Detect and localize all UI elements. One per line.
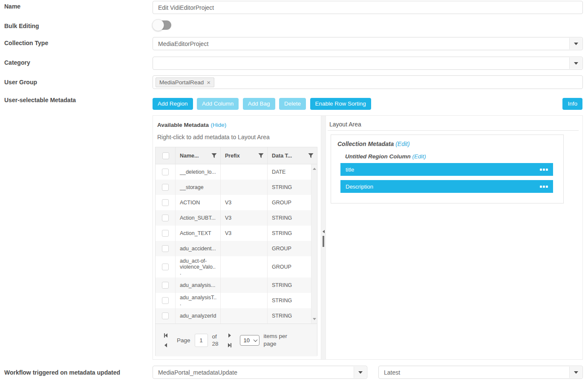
add-column-button[interactable]: Add Column: [197, 98, 239, 110]
remove-tag-icon[interactable]: ×: [207, 79, 210, 86]
collection-type-dropdown[interactable]: MediaEditorProject: [153, 37, 583, 50]
table-row[interactable]: adu_analyzerId STRING: [156, 308, 312, 324]
cell-data-type: STRING: [267, 278, 311, 293]
row-checkbox[interactable]: [162, 184, 169, 191]
hide-link[interactable]: (Hide): [211, 122, 227, 128]
category-dropdown-arrow[interactable]: [569, 57, 582, 69]
workflow-version-dropdown[interactable]: Latest: [378, 366, 583, 379]
page-size-select[interactable]: 10: [240, 335, 259, 346]
filter-icon[interactable]: [211, 153, 217, 158]
workflow-version-value: Latest: [384, 369, 400, 376]
select-all-checkbox[interactable]: [162, 152, 169, 159]
name-column-header: Name...: [180, 153, 199, 159]
cell-name: Action_SUBT...: [175, 210, 220, 226]
cell-prefix: [220, 278, 267, 293]
prefix-column-header: Prefix: [225, 153, 240, 159]
last-page-icon[interactable]: [228, 343, 231, 347]
row-checkbox[interactable]: [162, 169, 169, 175]
drag-handle-icon[interactable]: [540, 169, 548, 171]
chevron-down-icon: [253, 338, 257, 342]
row-checkbox[interactable]: [162, 312, 169, 319]
cell-name: adu_analyzerId: [175, 308, 220, 324]
layout-area-title: Layout Area: [329, 121, 361, 128]
name-label: Name: [4, 3, 20, 10]
layout-item-label: Description: [346, 183, 373, 190]
info-button[interactable]: Info: [562, 98, 582, 110]
bulk-editing-label: Bulk Editing: [4, 23, 39, 29]
layout-item-description[interactable]: Description: [340, 180, 553, 193]
cell-data-type: STRING: [267, 308, 311, 324]
row-checkbox[interactable]: [162, 245, 169, 252]
scroll-up-icon[interactable]: [313, 168, 316, 170]
chevron-down-icon: [358, 371, 363, 374]
table-row[interactable]: adu_analysis... STRING: [156, 278, 312, 293]
page-number-input[interactable]: [195, 334, 208, 347]
toggle-knob: [152, 19, 164, 31]
collection-type-value: MediaEditorProject: [158, 40, 208, 47]
collection-type-dropdown-arrow[interactable]: [569, 38, 582, 49]
cell-prefix: [220, 256, 267, 278]
layout-item-title[interactable]: title: [340, 163, 553, 176]
filter-icon[interactable]: [258, 153, 264, 158]
table-row[interactable]: adu_accident... GROUP: [156, 241, 312, 256]
workflow-dropdown-arrow[interactable]: [354, 367, 366, 378]
filter-icon[interactable]: [308, 153, 314, 158]
table-row[interactable]: __storage STRING: [156, 180, 312, 195]
drag-handle-icon[interactable]: [540, 186, 548, 188]
user-group-label: User Group: [4, 79, 37, 86]
table-header: Name... Prefix Data T...: [156, 147, 317, 164]
workflow-dropdown[interactable]: MediaPortal_metadataUpdate: [153, 366, 367, 379]
prev-page-icon[interactable]: [164, 343, 167, 347]
cell-name: adu_accident...: [175, 241, 220, 256]
bulk-editing-toggle[interactable]: [153, 20, 171, 30]
table-row[interactable]: Action_TEXT V3 STRING: [156, 226, 312, 241]
available-metadata-pane: Available Metadata (Hide) Right-click to…: [153, 116, 321, 359]
chevron-down-icon: [574, 371, 578, 374]
splitter-drag-handle[interactable]: [323, 236, 324, 247]
row-checkbox[interactable]: [162, 215, 169, 221]
table-row[interactable]: Action_SUBT... V3 STRING: [156, 210, 312, 226]
user-group-tag[interactable]: MediaPortalRead ×: [156, 77, 214, 87]
first-page-icon[interactable]: [164, 333, 167, 338]
row-checkbox[interactable]: [162, 297, 169, 304]
delete-button[interactable]: Delete: [279, 98, 306, 110]
layout-area-pane: Layout Area Collection Metadata (Edit) U…: [326, 116, 582, 359]
row-checkbox[interactable]: [162, 282, 169, 289]
table-row[interactable]: adu_act-of-violence_Valo... GROUP: [156, 256, 312, 278]
add-region-button[interactable]: Add Region: [153, 98, 193, 110]
divider: [328, 130, 579, 131]
workflow-value: MediaPortal_metadataUpdate: [158, 369, 237, 376]
cell-name: __storage: [175, 180, 220, 195]
cell-data-type: STRING: [267, 293, 311, 308]
table-scrollbar[interactable]: [311, 164, 317, 324]
items-per-page-label: items per page: [264, 332, 291, 348]
cell-data-type: STRING: [267, 180, 311, 195]
cell-data-type: STRING: [267, 226, 311, 241]
row-checkbox[interactable]: [162, 230, 169, 237]
row-checkbox[interactable]: [162, 199, 169, 206]
table-row[interactable]: __deletion_lo... DATE: [156, 164, 312, 180]
page-size-value: 10: [244, 337, 250, 344]
name-input[interactable]: Edit VidiEditorProject: [153, 1, 583, 14]
panel-splitter[interactable]: [321, 116, 326, 359]
edit-region-column-link[interactable]: (Edit): [412, 153, 426, 160]
name-input-value: Edit VidiEditorProject: [158, 4, 214, 11]
layout-item-label: title: [346, 166, 354, 173]
next-page-icon[interactable]: [228, 333, 231, 338]
category-dropdown[interactable]: [153, 57, 583, 70]
cell-data-type: GROUP: [267, 195, 311, 210]
user-group-multiselect[interactable]: MediaPortalRead ×: [153, 75, 583, 89]
scroll-down-icon[interactable]: [313, 318, 316, 320]
category-label: Category: [4, 59, 30, 66]
add-bag-button[interactable]: Add Bag: [243, 98, 275, 110]
right-click-hint: Right-click to add metadata to Layout Ar…: [157, 134, 270, 140]
row-checkbox[interactable]: [162, 264, 169, 270]
table-body: __deletion_lo... DATE __storage STRING A…: [156, 164, 317, 324]
cell-data-type: STRING: [267, 210, 311, 226]
collapse-left-icon[interactable]: [323, 230, 325, 233]
enable-row-sorting-button[interactable]: Enable Row Sorting: [310, 98, 371, 110]
table-row[interactable]: ACTION V3 GROUP: [156, 195, 312, 210]
edit-collection-metadata-link[interactable]: (Edit): [395, 140, 409, 147]
workflow-version-dropdown-arrow[interactable]: [569, 367, 582, 378]
table-row[interactable]: adu_analysisT... STRING: [156, 293, 312, 308]
